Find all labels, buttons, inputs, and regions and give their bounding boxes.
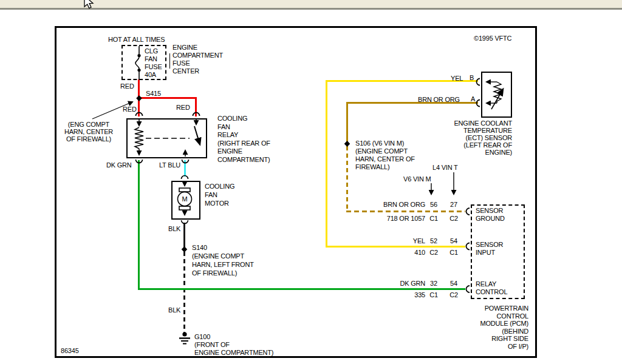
note-line: OF FIREWALL) xyxy=(58,135,119,143)
relay-label-line: COMPARTMENT) xyxy=(217,156,270,164)
fuse-center-line: CENTER xyxy=(173,67,223,75)
wire-red-right-down xyxy=(195,97,197,116)
note-line: HARN, LEFT FRONT xyxy=(192,260,254,269)
fuse-name: CLG FAN FUSE 40A xyxy=(145,47,162,79)
row1-circuit: 718 OR 1057 xyxy=(358,215,425,222)
wire-dkgrn-to-pcm xyxy=(138,288,465,290)
row2-pin-v6: 52 xyxy=(429,237,439,244)
wire-yel-vertical xyxy=(326,80,327,248)
row2-conn-l4: C1 xyxy=(449,249,459,256)
copyright: ©1995 VFTC xyxy=(474,35,511,42)
pcm-function-relay-control: RELAY CONTROL xyxy=(476,280,507,296)
ect-label-line: ENGINE) xyxy=(447,149,512,156)
note-line: FIREWALL) xyxy=(355,163,415,171)
row1-pin-l4: 27 xyxy=(449,201,459,208)
motor-label: COOLING FAN MOTOR xyxy=(205,182,234,207)
row2-pin-l4: 54 xyxy=(449,237,459,244)
ect-label-line: (LEFT REAR OF xyxy=(447,141,512,149)
wire-brn-dashed-vertical xyxy=(346,146,348,211)
row3-circuit: 335 xyxy=(358,291,425,298)
pcm-label-line: MODULE (PCM) xyxy=(462,320,528,328)
label-blk-motor: BLK xyxy=(168,225,180,232)
pcm-label: POWERTRAIN CONTROL MODULE (PCM) (BEHIND … xyxy=(462,305,528,351)
relay-label: COOLING FAN RELAY (RIGHT REAR OF ENGINE … xyxy=(217,115,270,164)
wire-name: BRN OR ORG xyxy=(358,201,425,208)
label-red-right: RED xyxy=(176,104,190,111)
relay-label-line: (RIGHT REAR OF xyxy=(217,140,270,148)
note-line: S140 xyxy=(192,243,254,252)
motor-label-line: FAN xyxy=(205,190,234,199)
note-line: S106 (V6 VIN M) xyxy=(355,140,415,147)
ground-label-line: G100 xyxy=(194,333,273,341)
motor-label-line: COOLING xyxy=(205,182,234,190)
circuit-number: 335 xyxy=(358,291,425,298)
label-red-fuse: RED xyxy=(120,83,134,90)
wire-brn-vertical-solid xyxy=(346,102,348,144)
wire-brn-dashed-to-pcm xyxy=(346,211,465,212)
power-header: HOT AT ALL TIMES xyxy=(108,36,165,43)
ground-label-line: ENGINE COMPARTMENT) xyxy=(194,349,273,357)
g100-label: G100 (FRONT OF ENGINE COMPARTMENT) xyxy=(194,333,273,357)
fuse-center-label: ENGINE COMPARTMENT FUSE CENTER xyxy=(173,44,223,75)
pcm-function-line: RELAY xyxy=(476,280,507,288)
pcm-label-line: OF I/P) xyxy=(462,343,528,351)
wire-red-fuse-to-s415 xyxy=(138,79,140,97)
fuse-center-bracket xyxy=(169,53,170,69)
figure-number: 86345 xyxy=(61,347,79,354)
row1-wire-name: BRN OR ORG xyxy=(358,201,425,208)
application-toolbar[interactable] xyxy=(0,0,622,10)
pcm-function-line: SENSOR xyxy=(476,207,505,215)
wire-red-s415-down xyxy=(138,97,140,116)
fuse-center-line: ENGINE xyxy=(173,44,223,52)
note-line: OF FIREWALL) xyxy=(192,269,254,277)
motor-label-line: MOTOR xyxy=(205,199,234,207)
fuse-name-line: FAN xyxy=(145,55,162,63)
label-yel: YEL xyxy=(451,75,463,82)
wire-red-s415-right xyxy=(138,97,197,99)
pcm-function-line: INPUT xyxy=(476,249,503,257)
circuit-number: 410 xyxy=(358,249,425,256)
row3-pin-v6: 32 xyxy=(429,280,439,287)
ect-sensor-box xyxy=(481,72,512,118)
wiring-diagram-screen: HOT AT ALL TIMES CLG FAN FUSE 40A ENGINE… xyxy=(0,0,622,364)
wire-name: DK GRN xyxy=(358,280,425,287)
row1-conn-l4: C2 xyxy=(449,215,459,222)
row1-pin-v6: 56 xyxy=(429,201,439,208)
pcm-function-line: GROUND xyxy=(476,215,505,223)
pcm-label-line: (BEHIND xyxy=(462,328,528,335)
fuse-center-line: COMPARTMENT xyxy=(173,52,223,59)
row3-wire-name: DK GRN xyxy=(358,280,425,287)
pcm-function-sensor-ground: SENSOR GROUND xyxy=(476,207,505,223)
pcm-function-sensor-input: SENSOR INPUT xyxy=(476,241,503,257)
note-line: HARN, CENTER OF xyxy=(355,155,415,163)
label-red-left: RED xyxy=(123,106,137,113)
row3-pin-l4: 54 xyxy=(449,280,459,287)
ect-pin-a: A xyxy=(471,95,475,103)
label-lt-blu: LT BLU xyxy=(159,161,180,169)
pcm-function-line: SENSOR xyxy=(476,241,503,249)
label-dk-grn: DK GRN xyxy=(106,161,132,169)
label-brn-or-org: BRN OR ORG xyxy=(418,96,460,103)
relay-label-line: RELAY xyxy=(217,131,270,140)
circuit-number: 718 OR 1057 xyxy=(358,215,425,222)
ect-label-line: ENGINE COOLANT xyxy=(447,120,512,127)
label-s415: S415 xyxy=(146,90,161,97)
row3-conn-v6: C1 xyxy=(429,291,439,298)
note-line: (ENG COMPT xyxy=(58,121,119,128)
wire-blk-dashed-s140-to-g100 xyxy=(183,252,185,332)
cooling-fan-motor-box xyxy=(171,181,200,220)
pcm-label-line: POWERTRAIN xyxy=(462,305,528,312)
s106-note: S106 (V6 VIN M) (ENGINE COMPT HARN, CENT… xyxy=(355,140,415,171)
wire-name: YEL xyxy=(358,237,425,244)
column-header-v6: V6 VIN M xyxy=(403,175,431,183)
note-line: (ENGINE COMPT xyxy=(192,252,254,260)
ect-label: ENGINE COOLANT TEMPERATURE (ECT) SENSOR … xyxy=(447,120,512,156)
note-line: HARN, CENTER xyxy=(58,128,119,135)
row2-conn-v6: C2 xyxy=(429,249,439,256)
fuse-name-line: FUSE xyxy=(145,63,162,71)
wire-yel-to-pcm xyxy=(326,246,465,248)
row2-circuit: 410 xyxy=(358,249,425,256)
fuse-name-line: CLG xyxy=(145,47,162,55)
relay-label-line: FAN xyxy=(217,123,270,132)
wire-ltblu-relay-to-motor xyxy=(184,160,186,177)
